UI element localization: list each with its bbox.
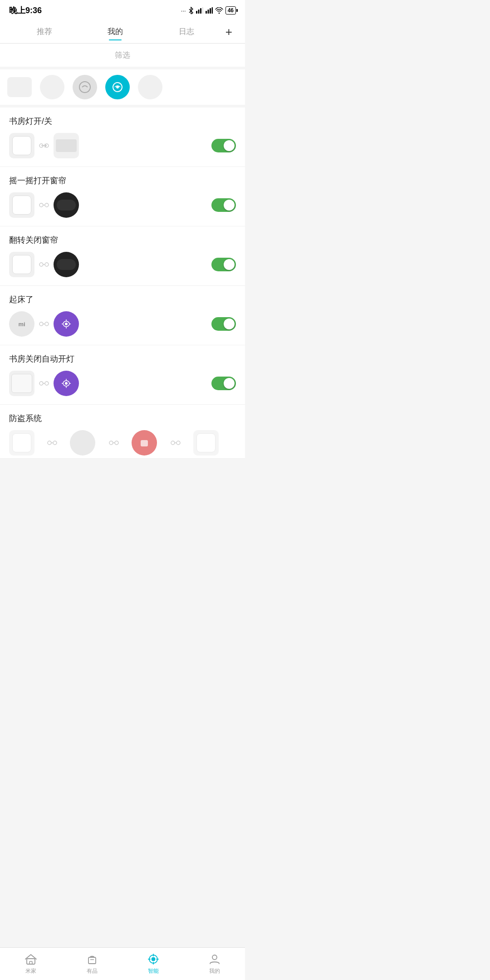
svg-point-31 bbox=[39, 382, 43, 385]
automation-row-2 bbox=[9, 192, 236, 218]
device-b-6-white bbox=[193, 430, 219, 456]
svg-rect-46 bbox=[141, 440, 148, 446]
device-a-3 bbox=[9, 252, 34, 277]
signal-dots-icon: ··· bbox=[181, 7, 186, 14]
device-a-2 bbox=[9, 192, 34, 218]
automation-item-4[interactable]: 起床了 mi bbox=[0, 286, 245, 345]
tab-log[interactable]: 日志 bbox=[151, 23, 222, 40]
device-b-2 bbox=[54, 192, 79, 218]
link-icon-3 bbox=[39, 261, 49, 268]
automation-title-4: 起床了 bbox=[9, 294, 236, 305]
svg-rect-9 bbox=[211, 7, 213, 14]
link-icon-6 bbox=[47, 440, 57, 446]
main-content: 筛选 书房灯开/关 摇一摇打开窗帘 bbox=[0, 44, 245, 495]
link-icon-4 bbox=[39, 321, 49, 327]
toggle-5[interactable] bbox=[211, 377, 236, 390]
svg-rect-7 bbox=[207, 10, 209, 14]
device-filter-circle4[interactable] bbox=[138, 75, 162, 99]
svg-point-17 bbox=[45, 203, 49, 207]
device-filter-circle3[interactable] bbox=[105, 75, 130, 99]
svg-point-44 bbox=[115, 441, 118, 445]
device-b-1 bbox=[54, 133, 79, 158]
automation-item-1[interactable]: 书房灯开/关 bbox=[0, 108, 245, 167]
automation-item-6[interactable]: 防盗系统 bbox=[0, 405, 245, 459]
svg-point-43 bbox=[109, 441, 113, 445]
device-b-6-pink bbox=[132, 430, 157, 456]
automation-row-4: mi bbox=[9, 311, 236, 337]
filter-bar[interactable]: 筛选 bbox=[0, 44, 245, 69]
svg-point-19 bbox=[39, 263, 43, 266]
link-icon-5 bbox=[39, 380, 49, 387]
filter-label: 筛选 bbox=[115, 51, 130, 59]
automation-title-2: 摇一摇打开窗帘 bbox=[9, 175, 236, 186]
automation-item-3[interactable]: 翻转关闭窗帘 bbox=[0, 226, 245, 286]
device-filter-circle1[interactable] bbox=[40, 75, 64, 99]
automation-title-3: 翻转关闭窗帘 bbox=[9, 235, 236, 245]
tab-bar: 推荐 我的 日志 + bbox=[0, 20, 245, 44]
automation-row-5 bbox=[9, 371, 236, 396]
automation-item-5[interactable]: 书房关闭自动开灯 bbox=[0, 345, 245, 405]
svg-point-48 bbox=[176, 441, 180, 445]
device-filter-circle2[interactable] bbox=[73, 75, 97, 99]
automation-title-5: 书房关闭自动开灯 bbox=[9, 353, 236, 364]
link-icon-6c bbox=[171, 440, 181, 446]
svg-point-35 bbox=[65, 382, 68, 385]
device-scroll[interactable] bbox=[0, 69, 245, 108]
toggle-3[interactable] bbox=[211, 258, 236, 271]
status-icons: ··· 46 bbox=[181, 6, 236, 15]
device-b-6-gray bbox=[70, 430, 95, 456]
svg-point-11 bbox=[79, 82, 90, 93]
svg-point-32 bbox=[45, 382, 49, 385]
svg-point-20 bbox=[45, 263, 49, 266]
device-b-4 bbox=[54, 311, 79, 337]
svg-rect-3 bbox=[198, 10, 199, 14]
svg-point-22 bbox=[39, 322, 43, 326]
status-bar: 晚上9:36 ··· 46 bbox=[0, 0, 245, 20]
automation-row-3 bbox=[9, 252, 236, 277]
battery-icon: 46 bbox=[225, 6, 236, 15]
partial-row-6 bbox=[9, 430, 236, 458]
automation-title-6: 防盗系统 bbox=[9, 413, 236, 424]
svg-point-10 bbox=[218, 13, 220, 14]
svg-rect-2 bbox=[196, 11, 197, 14]
device-a-1 bbox=[9, 133, 34, 158]
tab-add-button[interactable]: + bbox=[222, 26, 236, 38]
signal1-icon bbox=[196, 7, 203, 14]
automation-title-1: 书房灯开/关 bbox=[9, 116, 236, 127]
svg-point-47 bbox=[171, 441, 175, 445]
device-a-6 bbox=[9, 430, 34, 456]
svg-point-26 bbox=[65, 323, 68, 325]
device-b-3 bbox=[54, 252, 79, 277]
svg-point-23 bbox=[45, 322, 49, 326]
tab-mine[interactable]: 我的 bbox=[80, 23, 151, 40]
wifi-icon bbox=[215, 7, 223, 14]
bluetooth-icon bbox=[188, 7, 194, 14]
device-a-4: mi bbox=[9, 311, 34, 337]
svg-point-40 bbox=[48, 441, 51, 445]
link-icon-2 bbox=[39, 202, 49, 208]
link-icon-1 bbox=[39, 142, 49, 149]
link-icon-6b bbox=[109, 440, 119, 446]
svg-rect-6 bbox=[206, 11, 207, 14]
automation-row-1 bbox=[9, 133, 236, 158]
device-filter-rect1[interactable] bbox=[7, 77, 32, 97]
device-b-5 bbox=[54, 371, 79, 396]
svg-point-41 bbox=[53, 441, 57, 445]
toggle-4[interactable] bbox=[211, 317, 236, 331]
svg-point-16 bbox=[39, 203, 43, 207]
svg-rect-8 bbox=[210, 8, 211, 14]
device-a-5 bbox=[9, 371, 34, 396]
automation-item-2[interactable]: 摇一摇打开窗帘 bbox=[0, 167, 245, 226]
status-time: 晚上9:36 bbox=[9, 5, 42, 16]
tab-recommend[interactable]: 推荐 bbox=[9, 23, 80, 40]
svg-rect-4 bbox=[200, 8, 201, 14]
signal2-icon bbox=[206, 7, 213, 14]
svg-point-13 bbox=[116, 86, 119, 88]
toggle-2[interactable] bbox=[211, 198, 236, 212]
toggle-1[interactable] bbox=[211, 139, 236, 152]
svg-rect-5 bbox=[202, 7, 203, 14]
